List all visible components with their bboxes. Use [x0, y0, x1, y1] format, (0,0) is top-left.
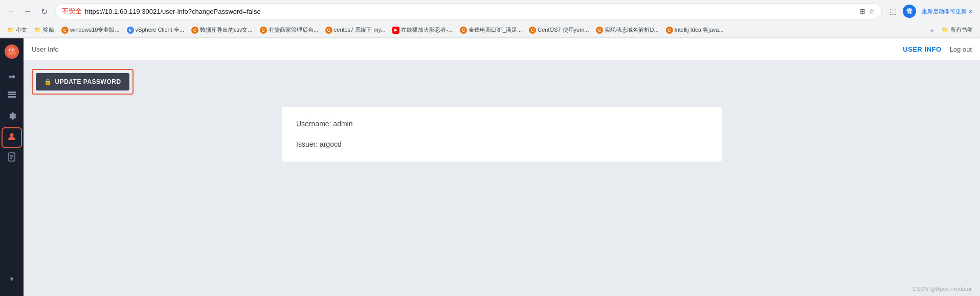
all-bookmarks[interactable]: 📁 所有书签 [939, 25, 976, 35]
content-area: 🔒 UPDATE PASSWORD Username: admin Issuer… [24, 61, 980, 296]
bookmark-label: 有赞商家管理后台... [269, 26, 318, 34]
bookmark-label: 小文 [16, 26, 27, 34]
bookmarks-overflow[interactable]: » [928, 26, 936, 34]
page-title: USER INFO [903, 45, 941, 53]
navigate-icon: ➡ [9, 72, 15, 81]
bookmarks-folder-icon: 📁 [942, 27, 949, 33]
sidebar-logo [3, 42, 21, 61]
address-bar[interactable]: 不安全 https://10.1.60.119:30021/user-info?… [55, 3, 882, 19]
bookmark-favicon: C [666, 27, 673, 34]
app-logo [5, 44, 19, 59]
browser-toolbar: ← → ↻ 不安全 https://10.1.60.119:30021/user… [0, 0, 980, 22]
lock-icon: 🔒 [44, 78, 52, 85]
svg-point-0 [8, 47, 15, 54]
translate-icon: ⊞ [859, 7, 865, 15]
bookmark-windows[interactable]: C windows10专业版... [58, 25, 123, 35]
page-header: User Info USER INFO Log out [24, 38, 980, 61]
update-password-button[interactable]: 🔒 UPDATE PASSWORD [36, 73, 129, 90]
issuer-row: Issuer: argocd [296, 140, 707, 150]
breadcrumb: User Info [32, 45, 59, 53]
bookmark-youzan[interactable]: C 有赞商家管理后台... [257, 25, 321, 35]
sidebar-item-collapse[interactable]: ▼ [3, 270, 21, 288]
sidebar-item-settings[interactable] [3, 108, 21, 126]
star-icon[interactable]: ☆ [868, 7, 875, 15]
user-profile-button[interactable]: 青 [902, 4, 917, 18]
sidebar-bottom: ▼ [3, 270, 21, 296]
watermark-text: CSDN @Apex Predator [912, 286, 972, 292]
bookmark-intellij[interactable]: C Intellij Idea 将java... [663, 25, 727, 35]
bookmark-label: 奖励 [43, 26, 54, 34]
bookmark-favicon: C [191, 27, 198, 34]
sidebar: ➡ [0, 38, 24, 296]
bookmarks-bar: 📁 小文 📁 奖励 C windows10专业版... v vSphere Cl… [0, 22, 980, 38]
bookmark-label: Intellij Idea 将java... [675, 26, 724, 34]
update-password-section: 🔒 UPDATE PASSWORD [32, 69, 133, 95]
page-footer: CSDN @Apex Predator [912, 286, 972, 292]
all-bookmarks-label: 所有书签 [950, 26, 973, 34]
bookmark-favicon: C [61, 27, 69, 34]
bookmark-label: windows10专业版... [70, 26, 120, 34]
bookmark-favicon: C [260, 27, 267, 34]
octopus-icon [6, 45, 18, 58]
user-icon [7, 131, 17, 144]
bookmark-favicon: ▶ [392, 27, 399, 34]
sidebar-item-navigate[interactable]: ➡ [3, 67, 21, 85]
username-row: Username: admin [296, 119, 707, 129]
url-text: https://10.1.60.119:30021/user-info?chan… [85, 8, 856, 15]
bookmark-dns[interactable]: C 实现动态域名解析D... [593, 25, 661, 35]
refresh-button[interactable]: ↻ [37, 4, 51, 18]
browser-chrome: ← → ↻ 不安全 https://10.1.60.119:30021/user… [0, 0, 980, 38]
extensions-button[interactable]: ⬚ [886, 4, 900, 18]
folder-icon: 📁 [7, 27, 14, 33]
header-actions: USER INFO Log out [903, 45, 972, 53]
toolbar-actions: ⬚ 青 重新启动即可更新 ✕ [886, 4, 976, 18]
layers-icon [7, 90, 17, 103]
bookmark-label: 金锋电商ERP_满足... [469, 26, 522, 34]
bookmark-csv[interactable]: C 数据库导出的csv文... [188, 25, 256, 35]
bookmark-favicon: v [127, 27, 134, 34]
main-area: User Info USER INFO Log out 🔒 UPDATE PAS… [24, 38, 980, 296]
bookmark-favicon: C [529, 27, 536, 34]
bookmark-favicon: C [596, 27, 603, 34]
sidebar-item-document[interactable] [3, 149, 21, 167]
user-info-card: Username: admin Issuer: argocd [282, 107, 722, 162]
bookmark-label: centos7 系统下 my... [334, 26, 386, 34]
chevron-down-icon: ▼ [9, 276, 15, 283]
logout-link[interactable]: Log out [950, 45, 972, 53]
document-icon [7, 152, 17, 165]
bookmark-favicon: C [460, 27, 467, 34]
svg-point-3 [10, 50, 11, 51]
nav-buttons: ← → ↻ [4, 4, 51, 18]
update-password-label: UPDATE PASSWORD [55, 78, 121, 85]
svg-point-8 [10, 133, 14, 136]
bookmark-label: vSphere Client 全... [136, 26, 184, 34]
svg-rect-7 [8, 92, 16, 93]
sidebar-item-user[interactable] [3, 128, 21, 147]
svg-point-4 [13, 50, 14, 51]
gear-icon [7, 111, 17, 124]
bookmark-label: 实现动态域名解析D... [605, 26, 658, 34]
svg-rect-6 [8, 96, 16, 98]
bookmark-centos-yum[interactable]: C CentOS7 使用yum... [526, 25, 592, 35]
bookmark-vsphere[interactable]: v vSphere Client 全... [124, 25, 187, 35]
folder-icon: 📁 [34, 27, 41, 33]
bookmark-xiawen[interactable]: 📁 小文 [4, 25, 30, 35]
bookmark-award[interactable]: 📁 奖励 [31, 25, 57, 35]
forward-button[interactable]: → [20, 4, 35, 18]
bookmark-centos7[interactable]: C centos7 系统下 my... [322, 25, 389, 35]
bookmark-video[interactable]: ▶ 在线播放火影忍者-... [389, 25, 456, 35]
update-chrome-button[interactable]: 重新启动即可更新 ✕ [919, 6, 976, 17]
bookmark-label: CentOS7 使用yum... [538, 26, 589, 34]
app-container: ➡ [0, 38, 980, 296]
profile-avatar: 青 [903, 5, 916, 18]
bookmark-label: 在线播放火影忍者-... [401, 26, 453, 34]
bookmark-label: 数据库导出的csv文... [200, 26, 253, 34]
back-button[interactable]: ← [4, 4, 18, 18]
svg-rect-5 [8, 94, 16, 95]
bookmark-favicon: C [325, 27, 332, 34]
sidebar-item-layers[interactable] [3, 87, 21, 106]
security-icon: 不安全 [62, 7, 82, 16]
bookmark-erp[interactable]: C 金锋电商ERP_满足... [457, 25, 525, 35]
